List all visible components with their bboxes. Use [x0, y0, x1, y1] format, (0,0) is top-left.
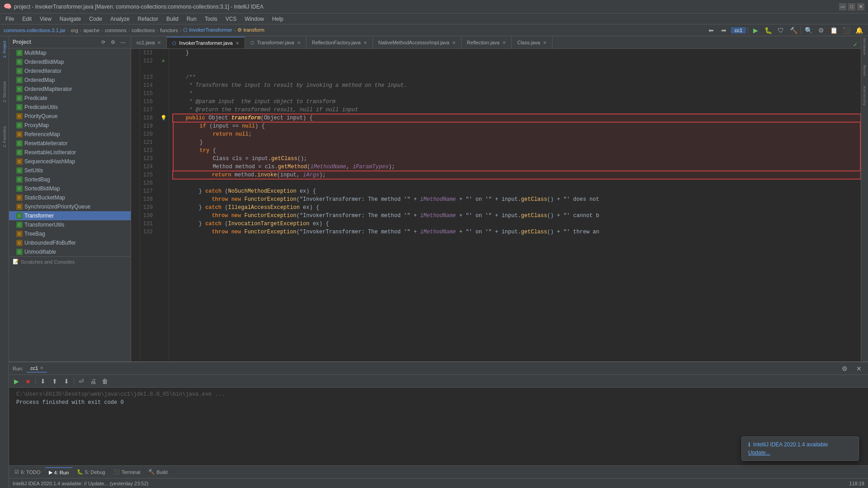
sidebar-item-referencemap[interactable]: CReferenceMap: [9, 130, 131, 139]
sidebar-item-multimap[interactable]: CMultiMap: [9, 48, 131, 57]
tab-invoker-close[interactable]: ✕: [236, 41, 239, 46]
nav-back-button[interactable]: ⬅: [706, 25, 717, 36]
breadcrumb-jar[interactable]: commons-collections-3.1.jar: [4, 28, 66, 33]
run-next-output[interactable]: ⬇: [61, 376, 72, 387]
settings-button[interactable]: ⚙: [816, 25, 826, 36]
sidebar-item-unboundedfifobuffer[interactable]: CUnboundedFifoBuffer: [9, 238, 131, 247]
tab-class[interactable]: Class.java ✕: [512, 37, 552, 48]
sidebar-item-treebag[interactable]: CTreeBag: [9, 229, 131, 238]
sidebar-sync-button[interactable]: ⟳: [99, 38, 107, 46]
tab-transformer-close[interactable]: ✕: [297, 40, 301, 45]
breadcrumb-method[interactable]: ⚙ transform: [237, 27, 264, 33]
bottom-tab-terminal[interactable]: ⬛ Terminal: [110, 467, 144, 477]
nav-forward-button[interactable]: ➡: [718, 25, 729, 36]
run-soft-wrap[interactable]: ⏎: [76, 376, 87, 387]
run-button[interactable]: ▶: [750, 25, 761, 36]
vtab-favorites[interactable]: 2: Favorites: [1, 123, 8, 150]
sidebar-item-orderedmap[interactable]: COrderedMap: [9, 76, 131, 85]
sidebar-settings-button[interactable]: ⚙: [109, 38, 117, 46]
terminal-button[interactable]: ⬛: [841, 25, 852, 36]
right-sidebar-hierarchy[interactable]: Hierarchy: [863, 86, 867, 105]
menu-build[interactable]: Build: [163, 15, 182, 23]
menu-window[interactable]: Window: [241, 15, 268, 23]
menu-refactor[interactable]: Refactor: [134, 15, 162, 23]
menu-analyze[interactable]: Analyze: [107, 15, 133, 23]
bottom-tab-build[interactable]: 🔨 Build: [145, 467, 171, 477]
menu-code[interactable]: Code: [85, 15, 106, 23]
search-everywhere[interactable]: 🔍: [803, 25, 814, 36]
menu-vcs[interactable]: VCS: [222, 15, 241, 23]
sidebar-item-orderediterator[interactable]: COrderedIterator: [9, 66, 131, 76]
bottom-tab-debug[interactable]: 🐛 5: Debug: [73, 467, 109, 477]
menu-file[interactable]: File: [2, 15, 18, 23]
run-rerun-button[interactable]: ▶: [11, 376, 22, 387]
menu-tools[interactable]: Tools: [201, 15, 221, 23]
notifications-button[interactable]: 🔔: [854, 25, 864, 36]
tab-reflection[interactable]: Reflection.java ✕: [462, 37, 512, 48]
sidebar-collapse-button[interactable]: —: [119, 38, 127, 46]
sidebar-item-orderedbidimap[interactable]: COrderedBidiMap: [9, 57, 131, 66]
sidebar-item-resettablelistiterator[interactable]: CResettableListIterator: [9, 148, 131, 157]
sidebar-item-setutils[interactable]: CSetUtils: [9, 166, 131, 175]
sidebar-item-transformer[interactable]: CTransformer: [9, 211, 131, 220]
right-sidebar-maven[interactable]: Maven: [863, 65, 867, 76]
sidebar-item-proxymap[interactable]: CProxyMap: [9, 121, 131, 130]
maximize-button[interactable]: □: [848, 3, 855, 10]
run-tab-cc1[interactable]: cc1 ✕: [27, 365, 47, 373]
menu-help[interactable]: Help: [269, 15, 287, 23]
vtab-structure[interactable]: 2: Structure: [1, 79, 8, 105]
sidebar-item-staticbucketmap[interactable]: CStaticBucketMap: [9, 193, 131, 202]
sidebar-item-orderedmapiterator[interactable]: COrderedMapIterator: [9, 85, 131, 94]
sidebar-item-sortedbidimap[interactable]: CSortedBidiMap: [9, 184, 131, 193]
sidebar-item-sequencedhashmap[interactable]: CSequencedHashMap: [9, 157, 131, 166]
bottom-tab-todo[interactable]: ☑ 6: TODO: [11, 467, 44, 477]
menu-edit[interactable]: Edit: [19, 15, 35, 23]
tab-cc1[interactable]: cc1.java ✕: [131, 37, 167, 48]
code-content[interactable]: } /** * Transforms the input to result b…: [169, 49, 861, 361]
vcs-button[interactable]: 📋: [828, 25, 839, 36]
code-editor[interactable]: 1111121131141151161171181191201211221231…: [131, 49, 861, 361]
tab-class-close[interactable]: ✕: [543, 40, 547, 45]
notification-update-link[interactable]: Update...: [748, 450, 770, 456]
debug-button[interactable]: 🐛: [763, 25, 774, 36]
right-sidebar-database[interactable]: Database: [863, 38, 867, 55]
sidebar-item-transformerutils[interactable]: CTransformerUtils: [9, 220, 131, 229]
breadcrumb-org[interactable]: org: [71, 28, 78, 33]
tab-reflection-factory[interactable]: ReflectionFactory.java ✕: [307, 37, 373, 48]
run-panel-close[interactable]: ✕: [854, 363, 864, 374]
title-bar-controls[interactable]: — □ ✕: [839, 3, 864, 10]
run-clear-button[interactable]: 🗑: [99, 376, 110, 387]
run-print-button[interactable]: 🖨: [88, 376, 99, 387]
run-panel-settings[interactable]: ⚙: [839, 363, 850, 374]
run-stop-button[interactable]: ■: [23, 376, 33, 387]
bottom-tab-run[interactable]: ▶ 4: Run: [45, 467, 72, 477]
sidebar-item-sortedbag[interactable]: CSortedBag: [9, 175, 131, 184]
run-prev-output[interactable]: ⬆: [49, 376, 60, 387]
tab-native-method[interactable]: NativeMethodAccessorImpl.java ✕: [373, 37, 462, 48]
sidebar-item-synchronizedpriorityqueue[interactable]: CSynchronizedPriorityQueue: [9, 202, 131, 211]
vtab-project[interactable]: 1: Project: [1, 38, 8, 61]
run-scroll-end[interactable]: ⬇: [38, 376, 48, 387]
tab-cc1-close[interactable]: ✕: [157, 40, 161, 45]
breadcrumb-class[interactable]: ⬡ InvokerTransformer: [183, 27, 232, 33]
sidebar-item-priorityqueue[interactable]: CPriorityQueue: [9, 112, 131, 121]
sidebar-item-resettableiterator[interactable]: CResettableIterator: [9, 139, 131, 148]
tab-native-close[interactable]: ✕: [452, 40, 456, 45]
run-with-coverage[interactable]: 🛡: [775, 25, 786, 36]
build-button[interactable]: 🔨: [788, 25, 799, 36]
breadcrumb-commons[interactable]: commons: [105, 28, 127, 33]
breadcrumb-functors[interactable]: functors: [160, 28, 178, 33]
minimize-button[interactable]: —: [839, 3, 846, 10]
close-button[interactable]: ✕: [857, 3, 864, 10]
breadcrumb-apache[interactable]: apache: [83, 28, 99, 33]
sidebar-item-unmodifiable[interactable]: CUnmodifiable: [9, 247, 131, 256]
tab-reflection-close[interactable]: ✕: [502, 40, 506, 45]
tab-invoker-transformer[interactable]: ⬡ InvokerTransformer.java ✕: [167, 37, 245, 48]
sidebar-item-predicateutils[interactable]: CPredicateUtils: [9, 103, 131, 112]
menu-run[interactable]: Run: [183, 15, 200, 23]
scratches-item[interactable]: 📝Scratches and Consoles: [9, 256, 131, 266]
tab-transformer[interactable]: ⬡ Transformer.java ✕: [245, 37, 307, 48]
breadcrumb-collections[interactable]: collections: [132, 28, 155, 33]
tab-reflection-factory-close[interactable]: ✕: [363, 40, 367, 45]
sidebar-item-predicate[interactable]: CPredicate: [9, 94, 131, 103]
